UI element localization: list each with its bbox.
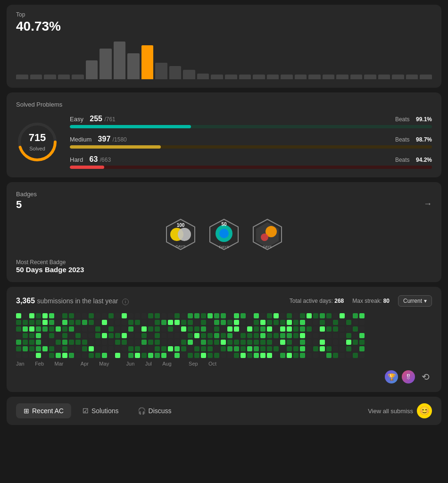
heatmap-cell[interactable]: [221, 353, 226, 358]
heatmap-cell[interactable]: [16, 320, 21, 325]
heatmap-cell[interactable]: [201, 320, 206, 325]
heatmap-cell[interactable]: [16, 340, 21, 345]
heatmap-cell[interactable]: [194, 353, 199, 358]
heatmap-cell[interactable]: [293, 313, 299, 318]
heatmap-cell[interactable]: [29, 320, 34, 325]
heatmap-cell[interactable]: [141, 326, 147, 332]
heatmap-cell[interactable]: [194, 340, 199, 345]
heatmap-cell[interactable]: [36, 340, 41, 345]
heatmap-cell[interactable]: [148, 333, 153, 338]
heatmap-cell[interactable]: [260, 313, 265, 318]
heatmap-cell[interactable]: [280, 320, 285, 325]
heatmap-cell[interactable]: [340, 326, 345, 332]
heatmap-cell[interactable]: [353, 333, 358, 338]
heatmap-cell[interactable]: [155, 320, 160, 325]
heatmap-cell[interactable]: [280, 346, 285, 351]
heatmap-cell[interactable]: [188, 340, 193, 345]
heatmap-cell[interactable]: [353, 340, 358, 345]
heatmap-cell[interactable]: [326, 346, 332, 351]
heatmap-cell[interactable]: [221, 313, 226, 318]
heatmap-cell[interactable]: [62, 326, 67, 332]
heatmap-cell[interactable]: [75, 313, 81, 318]
view-all-button[interactable]: View all submiss: [368, 408, 413, 415]
badges-arrow[interactable]: →: [423, 199, 432, 209]
heatmap-cell[interactable]: [307, 333, 312, 338]
heatmap-cell[interactable]: [62, 320, 67, 325]
heatmap-cell[interactable]: [161, 346, 166, 351]
heatmap-cell[interactable]: [148, 326, 153, 332]
heatmap-cell[interactable]: [227, 346, 232, 351]
heatmap-cell[interactable]: [346, 340, 351, 345]
heatmap-cell[interactable]: [115, 346, 120, 351]
heatmap-cell[interactable]: [141, 340, 147, 345]
heatmap-cell[interactable]: [274, 313, 279, 318]
heatmap-cell[interactable]: [320, 353, 325, 358]
heatmap-cell[interactable]: [247, 340, 252, 345]
heatmap-cell[interactable]: [82, 333, 87, 338]
heatmap-cell[interactable]: [333, 313, 338, 318]
heatmap-cell[interactable]: [353, 326, 358, 332]
heatmap-cell[interactable]: [168, 340, 173, 345]
heatmap-cell[interactable]: [95, 313, 100, 318]
heatmap-cell[interactable]: [287, 326, 292, 332]
heatmap-cell[interactable]: [115, 333, 120, 338]
heatmap-cell[interactable]: [161, 333, 166, 338]
heatmap-cell[interactable]: [188, 353, 193, 358]
heatmap-cell[interactable]: [69, 346, 74, 351]
heatmap-cell[interactable]: [194, 313, 199, 318]
heatmap-cell[interactable]: [75, 320, 81, 325]
heatmap-cell[interactable]: [108, 333, 114, 338]
heatmap-cell[interactable]: [307, 313, 312, 318]
heatmap-cell[interactable]: [359, 326, 365, 332]
heatmap-cell[interactable]: [287, 333, 292, 338]
heatmap-cell[interactable]: [274, 340, 279, 345]
heatmap-cell[interactable]: [102, 340, 107, 345]
heatmap-cell[interactable]: [313, 346, 318, 351]
heatmap-cell[interactable]: [135, 340, 140, 345]
heatmap-cell[interactable]: [49, 346, 54, 351]
heatmap-cell[interactable]: [300, 353, 305, 358]
heatmap-cell[interactable]: [161, 353, 166, 358]
heatmap-cell[interactable]: [174, 333, 180, 338]
heatmap-cell[interactable]: [108, 346, 114, 351]
heatmap-cell[interactable]: [207, 340, 213, 345]
heatmap-cell[interactable]: [56, 333, 61, 338]
heatmap-cell[interactable]: [267, 320, 272, 325]
heatmap-cell[interactable]: [95, 320, 100, 325]
heatmap-cell[interactable]: [16, 333, 21, 338]
tab-discuss[interactable]: 🎧 Discuss: [130, 403, 179, 418]
heatmap-cell[interactable]: [267, 346, 272, 351]
heatmap-cell[interactable]: [174, 353, 180, 358]
heatmap-cell[interactable]: [42, 333, 48, 338]
heatmap-cell[interactable]: [340, 346, 345, 351]
heatmap-cell[interactable]: [102, 353, 107, 358]
heatmap-cell[interactable]: [155, 346, 160, 351]
heatmap-cell[interactable]: [29, 313, 34, 318]
heatmap-cell[interactable]: [234, 333, 239, 338]
heatmap-cell[interactable]: [108, 340, 114, 345]
heatmap-cell[interactable]: [23, 326, 28, 332]
heatmap-cell[interactable]: [181, 320, 186, 325]
heatmap-cell[interactable]: [135, 353, 140, 358]
heatmap-cell[interactable]: [293, 320, 299, 325]
heatmap-cell[interactable]: [108, 313, 114, 318]
heatmap-cell[interactable]: [307, 326, 312, 332]
heatmap-cell[interactable]: [128, 346, 133, 351]
heatmap-cell[interactable]: [115, 353, 120, 358]
heatmap-cell[interactable]: [194, 326, 199, 332]
heatmap-cell[interactable]: [75, 326, 81, 332]
heatmap-cell[interactable]: [69, 313, 74, 318]
heatmap-cell[interactable]: [36, 313, 41, 318]
heatmap-cell[interactable]: [194, 333, 199, 338]
heatmap-cell[interactable]: [148, 340, 153, 345]
heatmap-cell[interactable]: [89, 333, 94, 338]
heatmap-cell[interactable]: [207, 320, 213, 325]
heatmap-cell[interactable]: [36, 333, 41, 338]
heatmap-cell[interactable]: [293, 340, 299, 345]
heatmap-cell[interactable]: [359, 320, 365, 325]
heatmap-cell[interactable]: [102, 333, 107, 338]
heatmap-cell[interactable]: [122, 326, 127, 332]
heatmap-cell[interactable]: [214, 313, 219, 318]
heatmap-cell[interactable]: [75, 333, 81, 338]
heatmap-cell[interactable]: [155, 340, 160, 345]
